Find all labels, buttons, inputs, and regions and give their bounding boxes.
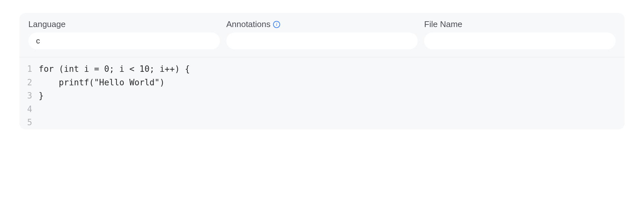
- language-label: Language: [28, 19, 220, 29]
- filename-label: File Name: [424, 19, 616, 29]
- code-line: 3 }: [19, 89, 625, 103]
- language-label-text: Language: [28, 19, 66, 29]
- line-content: for (int i = 0; i < 10; i++) {: [39, 62, 190, 76]
- code-line: 4: [19, 103, 625, 116]
- language-field-group: Language: [28, 19, 220, 49]
- code-line: 2 printf("Hello World"): [19, 76, 625, 90]
- line-number: 3: [19, 89, 39, 103]
- line-content: printf("Hello World"): [39, 76, 165, 90]
- filename-label-text: File Name: [424, 19, 462, 29]
- line-content: }: [39, 89, 44, 103]
- language-input[interactable]: [28, 33, 220, 49]
- filename-input[interactable]: [424, 33, 616, 49]
- line-number: 2: [19, 76, 39, 90]
- line-number: 4: [19, 103, 39, 116]
- code-editor[interactable]: 1 for (int i = 0; i < 10; i++) { 2 print…: [19, 57, 625, 129]
- info-icon[interactable]: i: [273, 21, 280, 28]
- header-row: Language Annotations i File Name: [19, 13, 625, 57]
- code-line: 1 for (int i = 0; i < 10; i++) {: [19, 62, 625, 76]
- code-block-container: Language Annotations i File Name 1 for (…: [19, 13, 625, 129]
- line-number: 1: [19, 62, 39, 76]
- filename-field-group: File Name: [424, 19, 616, 49]
- annotations-input[interactable]: [226, 33, 418, 49]
- annotations-label: Annotations i: [226, 19, 418, 29]
- annotations-label-text: Annotations: [226, 19, 270, 29]
- annotations-field-group: Annotations i: [226, 19, 418, 49]
- code-line: 5: [19, 116, 625, 129]
- line-number: 5: [19, 116, 39, 129]
